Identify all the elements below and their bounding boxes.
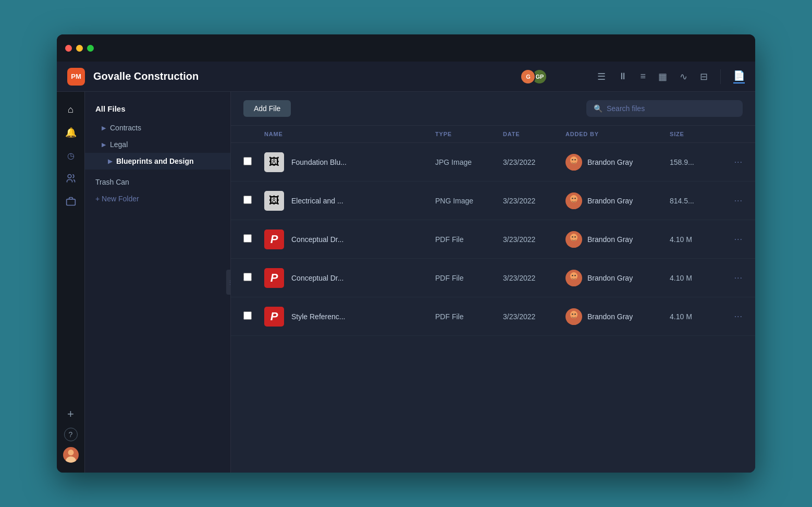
document-icon[interactable]: 📄	[733, 70, 745, 83]
file-sidebar: All Files ▶ Contracts ▶ Legal ▶ Blueprin…	[85, 92, 231, 473]
file-name: Style Referenc...	[291, 312, 346, 321]
traffic-lights	[65, 45, 94, 52]
file-added-by: Brandon Gray	[565, 192, 670, 209]
svg-point-3	[65, 456, 76, 463]
list-view-icon[interactable]: ☰	[597, 71, 606, 82]
table-header: NAME TYPE DATE ADDED BY SIZE	[231, 126, 755, 143]
titlebar	[57, 34, 755, 62]
svg-point-21	[567, 317, 582, 324]
svg-point-7	[572, 159, 573, 160]
minimize-button[interactable]	[76, 45, 83, 52]
main-layout: ⌂ 🔔 ◷ + ?	[57, 92, 755, 473]
sidebar-item-all-files[interactable]: All Files	[85, 100, 230, 117]
calendar-icon[interactable]: ⊟	[700, 71, 708, 82]
file-type-icon: P	[264, 307, 284, 327]
svg-point-4	[68, 450, 73, 455]
file-type: PDF File	[435, 274, 503, 282]
file-info: 🖼 Foundation Blu...	[264, 152, 435, 172]
clock-icon[interactable]: ◷	[61, 146, 80, 165]
users-icon[interactable]	[61, 169, 80, 188]
app-logo: PM	[67, 68, 85, 86]
sidebar-item-legal[interactable]: ▶ Legal	[85, 136, 230, 153]
avatar-1[interactable]: G	[520, 69, 536, 84]
sidebar-item-trash[interactable]: Trash Can	[85, 174, 230, 190]
user-avatar	[565, 231, 582, 248]
file-size: 814.5...	[670, 197, 722, 205]
row-checkbox-cell	[243, 196, 264, 206]
bar-chart-icon[interactable]: ⏸	[618, 71, 628, 82]
home-icon[interactable]: ⌂	[61, 100, 80, 119]
add-file-button[interactable]: Add File	[243, 100, 291, 117]
svg-point-19	[572, 274, 573, 276]
row-checkbox-cell	[243, 234, 264, 245]
table-row[interactable]: P Conceptual Dr... PDF File 3/23/2022	[231, 220, 755, 259]
close-button[interactable]	[65, 45, 72, 52]
row-checkbox[interactable]	[243, 196, 252, 204]
sidebar-icons: ⌂ 🔔 ◷ + ?	[57, 92, 85, 473]
col-type: TYPE	[435, 131, 503, 137]
table-row[interactable]: 🖼 Foundation Blu... JPG Image 3/23/2022	[231, 143, 755, 182]
col-checkbox	[243, 131, 264, 137]
new-folder-button[interactable]: + New Folder	[85, 190, 230, 207]
user-avatar	[565, 154, 582, 171]
sidebar-collapse-handle[interactable]: ⋮	[226, 270, 231, 295]
search-box: 🔍	[586, 100, 743, 117]
file-type-icon: 🖼	[264, 191, 284, 211]
row-actions-menu[interactable]: ···	[722, 196, 743, 206]
row-checkbox[interactable]	[243, 273, 252, 281]
grid-view-icon[interactable]: ▦	[658, 71, 667, 82]
search-icon: 🔍	[594, 104, 602, 113]
file-info: 🖼 Electrical and ...	[264, 191, 435, 211]
svg-point-22	[570, 311, 577, 318]
table-row[interactable]: P Style Referenc... PDF File 3/23/2022	[231, 297, 755, 336]
row-checkbox[interactable]	[243, 234, 252, 243]
sidebar-item-blueprints[interactable]: ▶ Blueprints and Design	[85, 153, 230, 170]
file-size: 4.10 M	[670, 274, 722, 282]
svg-point-17	[567, 279, 582, 286]
file-type: PDF File	[435, 235, 503, 244]
svg-point-10	[570, 195, 577, 202]
svg-point-12	[574, 197, 576, 199]
row-actions-menu[interactable]: ···	[722, 273, 743, 283]
row-actions-menu[interactable]: ···	[722, 312, 743, 321]
table-row[interactable]: 🖼 Electrical and ... PNG Image 3/23/2022	[231, 182, 755, 220]
table-row[interactable]: P Conceptual Dr... PDF File 3/23/2022	[231, 259, 755, 297]
row-checkbox[interactable]	[243, 157, 252, 165]
row-checkbox-cell	[243, 157, 264, 167]
row-actions-menu[interactable]: ···	[722, 235, 743, 244]
chevron-right-icon: ▶	[102, 125, 106, 131]
svg-point-0	[68, 175, 71, 178]
sidebar-item-contracts[interactable]: ▶ Contracts	[85, 119, 230, 136]
header-nav: ☰ ⏸ ≡ ▦ ∿ ⊟ 📄	[597, 69, 745, 84]
file-type: PDF File	[435, 312, 503, 321]
help-icon[interactable]: ?	[64, 428, 78, 441]
briefcase-icon[interactable]	[61, 192, 80, 211]
maximize-button[interactable]	[87, 45, 94, 52]
svg-point-23	[572, 313, 573, 315]
col-name: NAME	[264, 131, 435, 137]
file-size: 4.10 M	[670, 312, 722, 321]
row-checkbox[interactable]	[243, 311, 252, 320]
user-avatar	[565, 270, 582, 286]
search-input[interactable]	[607, 104, 735, 113]
add-project-icon[interactable]: +	[61, 405, 80, 424]
file-type-icon: P	[264, 268, 284, 288]
row-actions-menu[interactable]: ···	[722, 158, 743, 167]
current-user-avatar[interactable]	[61, 445, 80, 464]
svg-point-5	[567, 163, 582, 170]
filter-icon[interactable]: ≡	[640, 71, 646, 82]
svg-point-11	[572, 197, 573, 199]
svg-point-9	[567, 201, 582, 209]
activity-icon[interactable]: ∿	[680, 71, 687, 82]
file-info: P Conceptual Dr...	[264, 230, 435, 249]
collaborator-avatars: G GP	[520, 69, 547, 84]
added-by-name: Brandon Gray	[587, 312, 633, 321]
svg-point-8	[574, 159, 576, 160]
file-size: 4.10 M	[670, 235, 722, 244]
chevron-right-icon: ▶	[108, 158, 112, 165]
svg-point-14	[570, 234, 577, 241]
file-date: 3/23/2022	[503, 312, 565, 321]
content-toolbar: Add File 🔍	[231, 92, 755, 126]
bell-icon[interactable]: 🔔	[61, 123, 80, 142]
svg-rect-1	[66, 199, 75, 206]
